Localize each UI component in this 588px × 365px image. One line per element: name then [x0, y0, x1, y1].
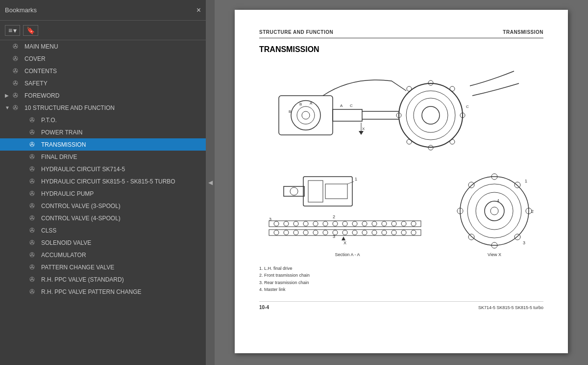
svg-point-58: [313, 230, 318, 235]
svg-rect-29: [308, 181, 323, 202]
bookmark-label-contents: CONTENTS: [24, 68, 201, 75]
svg-point-40: [313, 221, 318, 226]
bookmark-icon-solenoid-valve: ✇: [29, 239, 37, 246]
svg-text:3: 3: [269, 217, 271, 222]
bookmark-label-transmission: TRANSMISSION: [41, 141, 201, 148]
bookmark-item-pto[interactable]: ✇P.T.O.: [0, 114, 206, 126]
svg-point-2: [297, 106, 315, 124]
expand-arrow-icon: ▾: [13, 26, 17, 34]
svg-rect-28: [303, 177, 352, 206]
bookmark-icon-control-valve-3: ✇: [29, 202, 37, 209]
bookmarks-title: Bookmarks: [5, 6, 37, 14]
bookmark-item-main-menu[interactable]: ✇MAIN MENU: [0, 40, 206, 52]
svg-point-41: [323, 221, 328, 226]
svg-rect-7: [333, 109, 362, 121]
expand-arrow-structure: ▼: [5, 105, 13, 110]
svg-point-10: [399, 83, 463, 147]
bookmark-list: ✇MAIN MENU✇COVER✇CONTENTS✇SAFETY▶✇FOREWO…: [0, 40, 206, 365]
bookmark-label-rh-ppc-pattern: R.H. PPC VALVE PATTERN CHANGE: [41, 288, 201, 295]
bookmark-label-control-valve-4: CONTROL VALVE (4-SPOOL): [41, 215, 201, 222]
document-page: STRUCTURE AND FUNCTION TRANSMISSION TRAN…: [235, 10, 568, 353]
document-legend: 1. L.H. final drive2. Front trasmission …: [259, 265, 543, 293]
model-text: SK714-5 SK815-5 SK815-5 turbo: [478, 305, 543, 310]
svg-marker-71: [342, 236, 345, 240]
svg-point-80: [514, 234, 520, 240]
bookmark-icon-structure: ✇: [13, 104, 21, 111]
svg-point-46: [372, 221, 377, 226]
bookmark-label-hydraulic-sk714: HYDRAULIC CIRCUIT SK714-5: [41, 166, 201, 173]
svg-point-13: [422, 106, 440, 124]
svg-point-68: [411, 230, 416, 235]
svg-point-56: [294, 230, 298, 235]
bookmark-label-main-menu: MAIN MENU: [24, 43, 201, 50]
legend-item: 2. Front trasmission chain: [259, 272, 543, 279]
bookmarks-toolbar: ≡ ▾ 🔖: [0, 21, 206, 40]
document-panel: ◀ STRUCTURE AND FUNCTION TRANSMISSION TR…: [206, 0, 588, 365]
svg-text:2: 2: [531, 209, 534, 214]
bookmark-item-control-valve-4[interactable]: ✇CONTROL VALVE (4-SPOOL): [0, 212, 206, 224]
svg-point-32: [290, 187, 298, 195]
svg-rect-31: [284, 186, 304, 196]
bookmark-item-power-train[interactable]: ✇POWER TRAIN: [0, 126, 206, 138]
bookmark-label-structure: 10 STRUCTURE AND FUNCTION: [24, 104, 201, 111]
figure-section-aa: 1: [259, 172, 436, 257]
svg-point-45: [362, 221, 367, 226]
bookmark-item-final-drive[interactable]: ✇FINAL DRIVE: [0, 151, 206, 163]
svg-point-66: [392, 230, 396, 235]
svg-point-36: [274, 221, 279, 226]
bookmark-item-structure[interactable]: ▼✇10 STRUCTURE AND FUNCTION: [0, 102, 206, 114]
bookmark-item-foreword[interactable]: ▶✇FOREWORD: [0, 89, 206, 102]
bookmark-label-hydraulic-sk815: HYDRAULIC CIRCUIT SK815-5 - SK815-5 TURB…: [41, 178, 201, 185]
legend-item: 4. Master link: [259, 286, 543, 293]
close-button[interactable]: ×: [196, 6, 201, 14]
bookmark-icon-accumulator: ✇: [29, 251, 37, 259]
legend-item: 1. L.H. final drive: [259, 265, 543, 272]
svg-point-44: [352, 221, 357, 226]
svg-point-15: [450, 86, 455, 91]
bookmark-icon-rh-ppc-pattern: ✇: [29, 288, 37, 295]
bookmark-icon-power-train: ✇: [29, 129, 37, 136]
section-aa-label: Section A - A: [335, 252, 360, 257]
bookmark-item-rh-ppc-standard[interactable]: ✇R.H. PPC VALVE (STANDARD): [0, 273, 206, 286]
svg-rect-53: [269, 230, 421, 235]
bookmark-view-button[interactable]: 🔖: [23, 25, 38, 36]
svg-text:B: B: [289, 109, 291, 114]
svg-line-34: [347, 182, 354, 184]
bookmark-item-cover[interactable]: ✇COVER: [0, 52, 206, 65]
svg-point-72: [460, 177, 529, 245]
svg-text:X: X: [362, 127, 365, 131]
svg-point-55: [284, 230, 289, 235]
bookmark-item-accumulator[interactable]: ✇ACCUMULATOR: [0, 249, 206, 261]
bookmark-item-hydraulic-sk815[interactable]: ✇HYDRAULIC CIRCUIT SK815-5 - SK815-5 TUR…: [0, 175, 206, 187]
svg-marker-27: [359, 131, 364, 135]
bookmark-icon-pto: ✇: [29, 116, 37, 124]
bookmark-item-hydraulic-pump[interactable]: ✇HYDRAULIC PUMP: [0, 187, 206, 200]
expand-all-button[interactable]: ≡ ▾: [5, 25, 20, 36]
bookmark-item-rh-ppc-pattern[interactable]: ✇R.H. PPC VALVE PATTERN CHANGE: [0, 286, 206, 298]
svg-text:A: A: [340, 104, 343, 108]
bookmark-label-pto: P.T.O.: [41, 117, 201, 124]
bookmark-item-clss[interactable]: ✇CLSS: [0, 224, 206, 236]
svg-text:C: C: [466, 104, 469, 109]
bookmark-icon-pattern-change: ✇: [29, 263, 37, 271]
bookmark-item-solenoid-valve[interactable]: ✇SOLENOID VALVE: [0, 236, 206, 249]
bookmark-label-hydraulic-pump: HYDRAULIC PUMP: [41, 190, 201, 197]
document-title: TRANSMISSION: [259, 45, 543, 54]
bookmark-item-safety[interactable]: ✇SAFETY: [0, 77, 206, 89]
svg-text:A: A: [310, 101, 313, 105]
bookmark-icon-hydraulic-sk815: ✇: [29, 178, 37, 185]
bookmark-item-hydraulic-sk714[interactable]: ✇HYDRAULIC CIRCUIT SK714-5: [0, 163, 206, 175]
bookmark-item-pattern-change[interactable]: ✇PATTERN CHANGE VALVE: [0, 261, 206, 273]
collapse-tab[interactable]: ◀: [206, 0, 215, 365]
bookmark-item-contents[interactable]: ✇CONTENTS: [0, 65, 206, 77]
expand-arrow-foreword: ▶: [5, 93, 13, 98]
bookmark-label-safety: SAFETY: [24, 80, 201, 87]
svg-point-48: [392, 221, 396, 226]
document-header: STRUCTURE AND FUNCTION TRANSMISSION: [259, 29, 543, 38]
bookmark-label-power-train: POWER TRAIN: [41, 129, 201, 136]
bookmark-item-control-valve-3[interactable]: ✇CONTROL VALVE (3-SPOOL): [0, 200, 206, 212]
bookmark-icon-clss: ✇: [29, 227, 37, 234]
bookmark-item-transmission[interactable]: ✇TRANSMISSION: [0, 138, 206, 151]
bookmarks-header: Bookmarks ×: [0, 0, 206, 21]
figure-top: B B A A C: [259, 64, 543, 172]
